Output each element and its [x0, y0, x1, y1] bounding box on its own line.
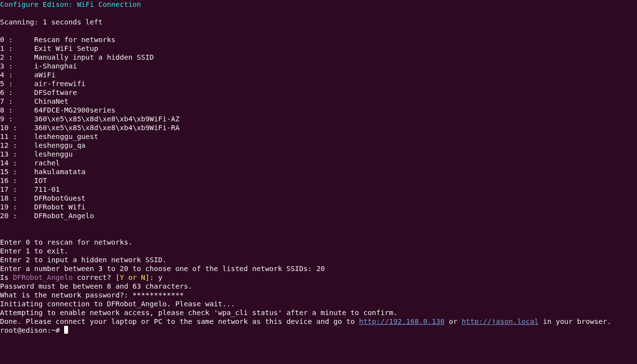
ip-url[interactable]: http://192.168.0.130 — [359, 318, 445, 325]
selected-ssid: DFRobot_Angelo — [13, 273, 72, 281]
option-row: 6 : DFSoftware — [0, 89, 77, 96]
instruction-line: Enter a number between 3 to 20 to choose… — [0, 265, 325, 273]
yn-prompt: [Y or N] — [116, 273, 150, 281]
option-row: 17 : 711-01 — [0, 185, 60, 193]
option-row: 7 : ChinaNet — [0, 97, 69, 105]
option-row: 12 : leshenggu_qa — [0, 141, 86, 149]
option-row: 10 : 360\xe5\x85\x8d\xe8\xb4\xb9WiFi-RA — [0, 124, 180, 132]
attempting-line: Attempting to enable network access, ple… — [0, 309, 398, 317]
local-url[interactable]: http://jason.local — [462, 318, 539, 325]
done-line: Done. Please connect your laptop or PC t… — [0, 318, 611, 325]
option-row: 16 : IOT — [0, 177, 47, 184]
option-row: 3 : i-Shanghai — [0, 62, 77, 70]
option-row: 11 : leshenggu_guest — [0, 133, 98, 140]
option-row: 0 : Rescan for networks — [0, 36, 116, 44]
instruction-line: Enter 1 to exit. — [0, 247, 69, 255]
option-row: 13 : leshenggu — [0, 150, 72, 158]
option-row: 8 : 64FDCE-MG2900series — [0, 106, 116, 114]
option-row: 15 : hakulamatata — [0, 168, 86, 176]
option-row: 1 : Exit WiFi Setup — [0, 45, 98, 52]
initiating-line: Initiating connection to DFRobot_Angelo.… — [0, 300, 235, 308]
option-row: 20 : DFRobot_Angelo — [0, 212, 94, 220]
option-row: 18 : DFRobotGuest — [0, 194, 86, 202]
option-row: 5 : air-freewifi — [0, 80, 86, 88]
option-row: 19 : DFRobot Wifi — [0, 203, 86, 211]
confirm-line: Is DFRobot_Angelo correct? [Y or N]: y — [0, 273, 163, 281]
cursor-icon — [64, 326, 68, 334]
scan-status: Scanning: 1 seconds left — [0, 18, 103, 26]
option-row: 4 : aWiFi — [0, 71, 56, 79]
option-row: 2 : Manually input a hidden SSID — [0, 53, 154, 61]
password-rule: Password must be between 8 and 63 charac… — [0, 282, 192, 290]
shell-prompt[interactable]: root@edison:~# — [0, 326, 68, 334]
instruction-line: Enter 2 to input a hidden network SSID. — [0, 256, 166, 264]
password-prompt: What is the network password?: *********… — [0, 291, 184, 299]
option-row: 14 : rachel — [0, 159, 60, 167]
terminal-output[interactable]: Configure Edison: WiFi Connection Scanni… — [0, 0, 637, 335]
instruction-line: Enter 0 to rescan for networks. — [0, 238, 133, 246]
config-title: Configure Edison: WiFi Connection — [0, 0, 141, 8]
option-row: 9 : 360\xe5\x85\x8d\xe8\xb4\xb9WiFi-AZ — [0, 115, 180, 123]
